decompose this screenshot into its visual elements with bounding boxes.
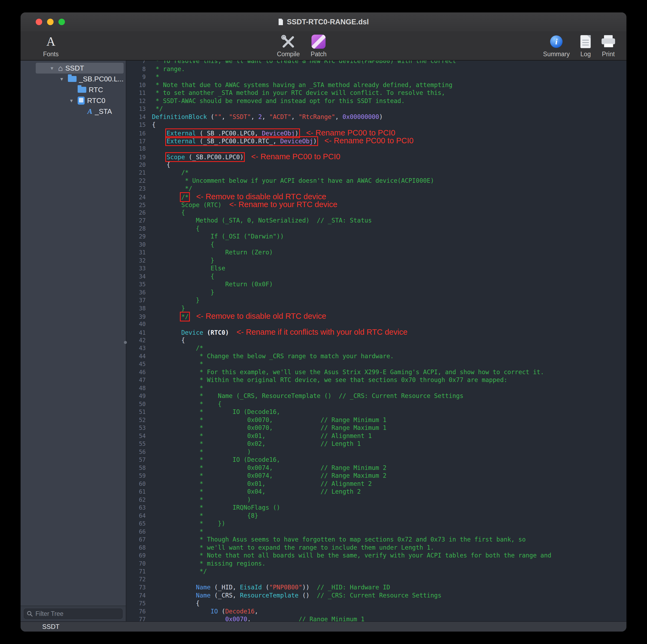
code-line: 71 */ bbox=[126, 567, 627, 576]
code-line: 21 /* bbox=[126, 169, 627, 177]
filter-tree-input[interactable] bbox=[35, 610, 120, 618]
line-number: 47 bbox=[126, 376, 146, 385]
line-number: 34 bbox=[126, 273, 146, 281]
annotation-text: <- Rename if it conflicts with your old … bbox=[236, 328, 407, 336]
code-line: 9 * bbox=[126, 73, 627, 81]
code-line: 41 Device (RTC0)<- Rename if it conflict… bbox=[126, 328, 627, 336]
line-number: 51 bbox=[126, 408, 146, 416]
code-line: 10 * Note that due to AWAC systems havin… bbox=[126, 81, 627, 89]
annotation-text: <- Remove to disable old RTC device bbox=[196, 312, 326, 320]
patch-label: Patch bbox=[311, 51, 327, 58]
line-number: 70 bbox=[126, 560, 146, 568]
chevron-down-icon[interactable]: ▾ bbox=[68, 97, 75, 104]
code-line: 62 * ) bbox=[126, 496, 627, 504]
fonts-button[interactable]: A Fonts bbox=[43, 33, 59, 58]
folder-icon bbox=[78, 87, 86, 93]
compile-button[interactable]: Compile bbox=[277, 33, 300, 58]
line-number: 75 bbox=[126, 600, 146, 608]
code-line: 20 { bbox=[126, 161, 627, 169]
code-line: 70 * missing regions. bbox=[126, 560, 627, 568]
code-line: 67 * Though Asus seems to have forgotten… bbox=[126, 536, 627, 544]
sidebar-item-ssdt[interactable]: ▾⌂SSDT bbox=[36, 63, 124, 74]
line-number: 73 bbox=[126, 584, 146, 592]
code-line: 25 Scope (RTC)<- Rename to your RTC devi… bbox=[126, 200, 627, 209]
line-number: 36 bbox=[126, 289, 146, 297]
line-number: 33 bbox=[126, 265, 146, 273]
annotation-text: <- Rename to your RTC device bbox=[229, 200, 337, 209]
line-number: 50 bbox=[126, 400, 146, 408]
code-line: 53 * 0x0070, // Range Maximum 1 bbox=[126, 424, 627, 432]
code-line: 72 bbox=[126, 576, 627, 584]
line-number: 20 bbox=[126, 161, 146, 169]
code-line: 34 { bbox=[126, 272, 627, 280]
line-number: 49 bbox=[126, 392, 146, 400]
code-line: 18 bbox=[126, 145, 627, 153]
line-number: 27 bbox=[126, 217, 146, 225]
line-number: 58 bbox=[126, 464, 146, 472]
line-number: 15 bbox=[126, 121, 146, 129]
code-line: 43 /* bbox=[126, 344, 627, 352]
code-line: 51 * IO (Decode16, bbox=[126, 408, 627, 416]
sidebar-item-rtc[interactable]: RTC bbox=[36, 84, 124, 95]
close-button[interactable] bbox=[36, 19, 42, 25]
line-number: 68 bbox=[126, 544, 146, 552]
code-line: 29 If (_OSI ("Darwin")) bbox=[126, 233, 627, 241]
line-number: 44 bbox=[126, 352, 146, 361]
line-number: 61 bbox=[126, 488, 146, 496]
chevron-down-icon[interactable]: ▾ bbox=[48, 65, 56, 71]
code-line: 33 Else bbox=[126, 264, 627, 272]
window-title-text: SSDT-RTC0-RANGE.dsl bbox=[287, 18, 369, 26]
code-line: 16 External (_SB_.PC00.LPC0, DeviceObj)<… bbox=[126, 129, 627, 137]
sidebar-item-rtc0[interactable]: ▾RTC0 bbox=[36, 95, 124, 106]
code-line: 24 /*<- Remove to disable old RTC device bbox=[126, 193, 627, 201]
folder-icon bbox=[68, 76, 77, 82]
line-number: 76 bbox=[126, 608, 146, 616]
status-path: SSDT bbox=[42, 623, 60, 631]
line-number: 64 bbox=[126, 512, 146, 520]
code-line: 65 * }) bbox=[126, 519, 627, 528]
sidebar-item-label: _STA bbox=[95, 107, 112, 116]
code-line: 22 * Uncomment below if your ACPI doesn'… bbox=[126, 177, 627, 185]
line-number: 8 bbox=[126, 65, 146, 74]
chevron-down-icon[interactable]: ▾ bbox=[58, 76, 65, 82]
patch-button[interactable]: Patch bbox=[311, 33, 327, 58]
line-number: 41 bbox=[126, 329, 146, 337]
filter-tree-field[interactable] bbox=[24, 609, 123, 619]
summary-button[interactable]: i Summary bbox=[543, 33, 570, 58]
print-button[interactable]: Print bbox=[601, 33, 616, 58]
code-line: 35 Return (0x0F) bbox=[126, 280, 627, 289]
line-number: 53 bbox=[126, 424, 146, 432]
sidebar-item-label: RTC0 bbox=[87, 96, 105, 105]
log-button[interactable]: Log bbox=[580, 33, 591, 58]
filter-bar bbox=[20, 606, 126, 621]
code-line: 31 Return (Zero) bbox=[126, 248, 627, 257]
code-line: 64 * {8} bbox=[126, 512, 627, 520]
sidebar-item-sbpc00l[interactable]: ▾_SB.PC00.L... bbox=[36, 74, 124, 84]
line-number: 32 bbox=[126, 257, 146, 265]
search-icon bbox=[27, 611, 33, 617]
code-line: 11 * to set another _STA method in your … bbox=[126, 89, 627, 97]
code-editor[interactable]: 7 * To resolve this, we'll want to creat… bbox=[126, 61, 627, 621]
line-number: 65 bbox=[126, 520, 146, 528]
line-number: 37 bbox=[126, 297, 146, 305]
sidebar-item-sta[interactable]: A_STA bbox=[36, 106, 124, 117]
code-line: 7 * To resolve this, we'll want to creat… bbox=[126, 61, 627, 65]
line-number: 66 bbox=[126, 528, 146, 536]
annotation-text: <- Rename PC00 to PCI0 bbox=[306, 129, 396, 137]
zoom-button[interactable] bbox=[58, 19, 65, 25]
line-number: 72 bbox=[126, 576, 146, 584]
titlebar: SSDT-RTC0-RANGE.dsl bbox=[20, 12, 627, 31]
code-view: 7 * To resolve this, we'll want to creat… bbox=[126, 61, 627, 621]
code-line: 17 External (_SB_.PC00.LPC0.RTC_, Device… bbox=[126, 137, 627, 145]
status-bar: SSDT bbox=[20, 621, 627, 632]
line-number: 17 bbox=[126, 138, 146, 146]
minimize-button[interactable] bbox=[47, 19, 54, 25]
code-line: 39 */<- Remove to disable old RTC device bbox=[126, 312, 627, 320]
splitter-handle[interactable] bbox=[124, 341, 127, 344]
annotation-text: <- Remove to disable old RTC device bbox=[196, 192, 326, 201]
line-number: 48 bbox=[126, 385, 146, 393]
sidebar-item-label: _SB.PC00.L... bbox=[79, 75, 124, 83]
printer-icon bbox=[601, 35, 616, 48]
line-number: 18 bbox=[126, 145, 146, 153]
line-number: 67 bbox=[126, 536, 146, 544]
